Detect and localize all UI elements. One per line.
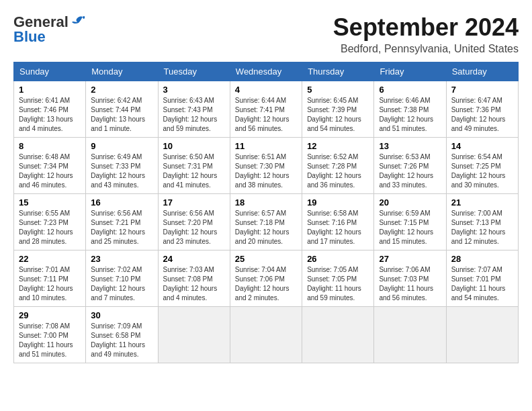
day-number: 15 (19, 197, 81, 208)
day-number: 16 (91, 197, 152, 208)
calendar-cell (230, 307, 302, 363)
calendar-cell: 19 Sunrise: 6:58 AM Sunset: 7:16 PM Dayl… (302, 194, 374, 250)
day-number: 8 (19, 141, 81, 151)
day-number: 1 (19, 85, 81, 95)
day-number: 12 (307, 141, 369, 151)
logo-blue: Blue (13, 28, 46, 46)
calendar-cell: 15 Sunrise: 6:55 AM Sunset: 7:23 PM Dayl… (14, 194, 86, 250)
day-info: Sunrise: 7:02 AM Sunset: 7:10 PM Dayligh… (91, 265, 152, 303)
title-section: September 2024 Bedford, Pennsylvania, Un… (333, 13, 519, 55)
calendar-cell: 18 Sunrise: 6:57 AM Sunset: 7:18 PM Dayl… (230, 194, 302, 250)
weekday-header: Thursday (302, 62, 374, 81)
day-number: 22 (19, 254, 81, 264)
calendar-cell: 7 Sunrise: 6:47 AM Sunset: 7:36 PM Dayli… (446, 81, 518, 138)
calendar-subtitle: Bedford, Pennsylvania, United States (333, 43, 519, 55)
day-info: Sunrise: 7:09 AM Sunset: 6:58 PM Dayligh… (91, 322, 152, 359)
day-info: Sunrise: 7:00 AM Sunset: 7:13 PM Dayligh… (451, 209, 513, 246)
calendar-cell: 2 Sunrise: 6:42 AM Sunset: 7:44 PM Dayli… (86, 81, 158, 138)
day-number: 7 (451, 85, 513, 95)
calendar-cell: 13 Sunrise: 6:53 AM Sunset: 7:26 PM Dayl… (374, 138, 446, 194)
day-number: 23 (91, 254, 152, 264)
day-info: Sunrise: 7:03 AM Sunset: 7:08 PM Dayligh… (163, 265, 225, 303)
calendar-week-row: 29 Sunrise: 7:08 AM Sunset: 7:00 PM Dayl… (14, 307, 519, 363)
calendar-cell: 9 Sunrise: 6:49 AM Sunset: 7:33 PM Dayli… (86, 138, 158, 194)
day-number: 19 (307, 197, 369, 208)
page-header: General Blue September 2024 Bedford, Pen… (13, 13, 519, 55)
day-info: Sunrise: 6:58 AM Sunset: 7:16 PM Dayligh… (307, 209, 369, 246)
weekday-header: Monday (86, 62, 158, 81)
calendar-cell: 1 Sunrise: 6:41 AM Sunset: 7:46 PM Dayli… (14, 81, 86, 138)
day-number: 29 (19, 310, 81, 320)
calendar-cell: 4 Sunrise: 6:44 AM Sunset: 7:41 PM Dayli… (230, 81, 302, 138)
day-info: Sunrise: 6:41 AM Sunset: 7:46 PM Dayligh… (19, 96, 81, 134)
calendar-cell (446, 307, 518, 363)
day-number: 17 (163, 197, 225, 208)
day-number: 24 (163, 254, 225, 264)
calendar-cell: 29 Sunrise: 7:08 AM Sunset: 7:00 PM Dayl… (14, 307, 86, 363)
day-number: 20 (379, 197, 441, 208)
calendar-cell (158, 307, 230, 363)
calendar-cell: 30 Sunrise: 7:09 AM Sunset: 6:58 PM Dayl… (86, 307, 158, 363)
day-info: Sunrise: 7:08 AM Sunset: 7:00 PM Dayligh… (19, 322, 81, 359)
calendar-cell: 24 Sunrise: 7:03 AM Sunset: 7:08 PM Dayl… (158, 250, 230, 307)
calendar-cell: 5 Sunrise: 6:45 AM Sunset: 7:39 PM Dayli… (302, 81, 374, 138)
calendar-table: SundayMondayTuesdayWednesdayThursdayFrid… (13, 62, 519, 363)
calendar-title: September 2024 (333, 13, 519, 42)
calendar-cell: 8 Sunrise: 6:48 AM Sunset: 7:34 PM Dayli… (14, 138, 86, 194)
calendar-cell: 22 Sunrise: 7:01 AM Sunset: 7:11 PM Dayl… (14, 250, 86, 307)
logo: General Blue (13, 13, 85, 46)
day-info: Sunrise: 6:49 AM Sunset: 7:33 PM Dayligh… (91, 152, 152, 190)
day-info: Sunrise: 6:43 AM Sunset: 7:43 PM Dayligh… (163, 96, 225, 134)
weekday-header: Saturday (446, 62, 518, 81)
day-number: 26 (307, 254, 369, 264)
day-info: Sunrise: 7:06 AM Sunset: 7:03 PM Dayligh… (379, 265, 441, 303)
calendar-cell: 26 Sunrise: 7:05 AM Sunset: 7:05 PM Dayl… (302, 250, 374, 307)
day-info: Sunrise: 7:07 AM Sunset: 7:01 PM Dayligh… (451, 265, 513, 303)
day-number: 10 (163, 141, 225, 151)
calendar-cell: 6 Sunrise: 6:46 AM Sunset: 7:38 PM Dayli… (374, 81, 446, 138)
day-info: Sunrise: 7:05 AM Sunset: 7:05 PM Dayligh… (307, 265, 369, 303)
day-number: 2 (91, 85, 152, 95)
calendar-week-row: 8 Sunrise: 6:48 AM Sunset: 7:34 PM Dayli… (14, 138, 519, 194)
day-info: Sunrise: 6:56 AM Sunset: 7:21 PM Dayligh… (91, 209, 152, 246)
day-info: Sunrise: 6:51 AM Sunset: 7:30 PM Dayligh… (235, 152, 297, 190)
day-info: Sunrise: 6:53 AM Sunset: 7:26 PM Dayligh… (379, 152, 441, 190)
calendar-cell: 14 Sunrise: 6:54 AM Sunset: 7:25 PM Dayl… (446, 138, 518, 194)
weekday-header: Friday (374, 62, 446, 81)
weekday-header: Wednesday (230, 62, 302, 81)
day-info: Sunrise: 6:56 AM Sunset: 7:20 PM Dayligh… (163, 209, 225, 246)
calendar-week-row: 15 Sunrise: 6:55 AM Sunset: 7:23 PM Dayl… (14, 194, 519, 250)
calendar-cell: 12 Sunrise: 6:52 AM Sunset: 7:28 PM Dayl… (302, 138, 374, 194)
calendar-cell: 3 Sunrise: 6:43 AM Sunset: 7:43 PM Dayli… (158, 81, 230, 138)
day-number: 11 (235, 141, 297, 151)
day-number: 28 (451, 254, 513, 264)
day-info: Sunrise: 6:47 AM Sunset: 7:36 PM Dayligh… (451, 96, 513, 134)
day-info: Sunrise: 6:54 AM Sunset: 7:25 PM Dayligh… (451, 152, 513, 190)
day-info: Sunrise: 6:45 AM Sunset: 7:39 PM Dayligh… (307, 96, 369, 134)
day-number: 14 (451, 141, 513, 151)
calendar-cell: 27 Sunrise: 7:06 AM Sunset: 7:03 PM Dayl… (374, 250, 446, 307)
calendar-week-row: 1 Sunrise: 6:41 AM Sunset: 7:46 PM Dayli… (14, 81, 519, 138)
calendar-cell: 21 Sunrise: 7:00 AM Sunset: 7:13 PM Dayl… (446, 194, 518, 250)
logo-bird-icon (71, 15, 85, 29)
day-info: Sunrise: 6:52 AM Sunset: 7:28 PM Dayligh… (307, 152, 369, 190)
day-info: Sunrise: 7:01 AM Sunset: 7:11 PM Dayligh… (19, 265, 81, 303)
calendar-cell: 28 Sunrise: 7:07 AM Sunset: 7:01 PM Dayl… (446, 250, 518, 307)
calendar-cell: 23 Sunrise: 7:02 AM Sunset: 7:10 PM Dayl… (86, 250, 158, 307)
day-info: Sunrise: 6:48 AM Sunset: 7:34 PM Dayligh… (19, 152, 81, 190)
calendar-cell (302, 307, 374, 363)
calendar-cell: 25 Sunrise: 7:04 AM Sunset: 7:06 PM Dayl… (230, 250, 302, 307)
day-info: Sunrise: 6:42 AM Sunset: 7:44 PM Dayligh… (91, 96, 152, 134)
day-number: 9 (91, 141, 152, 151)
weekday-header: Sunday (14, 62, 86, 81)
day-number: 5 (307, 85, 369, 95)
day-info: Sunrise: 6:55 AM Sunset: 7:23 PM Dayligh… (19, 209, 81, 246)
day-info: Sunrise: 6:46 AM Sunset: 7:38 PM Dayligh… (379, 96, 441, 134)
day-info: Sunrise: 6:59 AM Sunset: 7:15 PM Dayligh… (379, 209, 441, 246)
day-number: 6 (379, 85, 441, 95)
day-number: 30 (91, 310, 152, 320)
calendar-cell: 20 Sunrise: 6:59 AM Sunset: 7:15 PM Dayl… (374, 194, 446, 250)
weekday-header-row: SundayMondayTuesdayWednesdayThursdayFrid… (14, 62, 519, 81)
calendar-week-row: 22 Sunrise: 7:01 AM Sunset: 7:11 PM Dayl… (14, 250, 519, 307)
day-info: Sunrise: 6:44 AM Sunset: 7:41 PM Dayligh… (235, 96, 297, 134)
